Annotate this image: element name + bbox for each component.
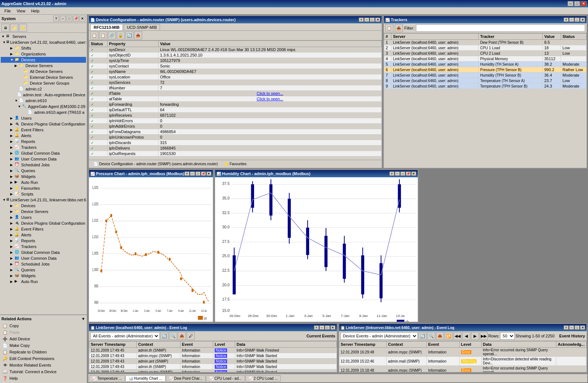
dc-min-btn[interactable]: ─	[364, 18, 369, 22]
elh-min-btn[interactable]: ─	[569, 325, 574, 330]
elh-help-btn[interactable]: ?	[564, 325, 569, 330]
action-item[interactable]: 📋Replicate to Children	[1, 349, 85, 355]
table-row[interactable]: 12.01.2009 17:49:45 admin.th (SNMP) Info…	[89, 348, 337, 353]
table-row[interactable]: ✓ sysDescr Linux WL-001D609DA4E7 2.4.20 …	[89, 47, 382, 53]
bottom-tab-dewpoint[interactable]: 📈 Dew Point Char...	[166, 375, 206, 382]
table-row[interactable]: ✓ ifTable Click to open...	[89, 91, 382, 96]
table-row[interactable]: ✓ ipDefaultTTL 64	[89, 107, 382, 113]
hc-max-btn[interactable]: □	[400, 171, 405, 176]
tree-item[interactable]: ▶👤Users	[1, 214, 86, 220]
table-row[interactable]: ✓ ipInDiscards 315	[89, 140, 382, 146]
dc-tb-link[interactable]: 🔗	[108, 31, 116, 39]
tree-item[interactable]: ▶🔍Queries	[1, 168, 86, 174]
table-row[interactable]: 1 LinkServer (localhost:6460, user: admi…	[384, 40, 587, 45]
action-item[interactable]: ➕Add Device	[1, 336, 85, 342]
click-to-open-link[interactable]: Click to open...	[160, 91, 380, 96]
action-item[interactable]: 📋Copy	[1, 322, 85, 329]
pc-help-btn[interactable]: ?	[184, 171, 190, 176]
table-row[interactable]: ✓ sysContact Sonic	[89, 63, 382, 69]
device-config-table[interactable]: Status Property Value ✓ sysDescr Linux W…	[89, 40, 382, 160]
table-row[interactable]: 12.01.2009 17:49:43 admin.th (SNMP) Info…	[89, 364, 337, 370]
elc-help-btn[interactable]: ?	[314, 325, 319, 330]
action-item[interactable]: 📋Paste	[1, 329, 85, 336]
tree-item[interactable]: ▶🌐Global Common Data	[1, 249, 86, 255]
pc-min-btn[interactable]: ─	[190, 171, 195, 176]
tree-item[interactable]: ▶📊Reports	[1, 238, 86, 244]
tree-item[interactable]: ▶📊Reports	[1, 139, 86, 144]
hc-pin-btn[interactable]: 📌	[406, 171, 411, 176]
table-row[interactable]: 12.01.2009 17:49:43 admin.mypc (SNMP) In…	[89, 353, 337, 359]
tree-item[interactable]: 📄admin.c2	[1, 86, 86, 92]
menu-view[interactable]: View	[14, 8, 28, 14]
elc-close-btn[interactable]: ✕	[330, 325, 335, 330]
elh-refresh-btn[interactable]: 🔄	[418, 332, 427, 340]
tab-rfc1213[interactable]: RFC1213-MIB	[90, 24, 123, 30]
elh-sync-btn[interactable]: 🔁	[445, 332, 453, 340]
tree-item[interactable]: ▼📁Devices	[1, 57, 86, 63]
table-row[interactable]: ✓ sysUpTime 105127979	[89, 58, 382, 63]
close-panel-icon[interactable]: ✕	[79, 16, 85, 22]
maximize-button[interactable]: □	[574, 1, 580, 6]
table-row[interactable]: 7 LinkServer (localhost:6460, user: admi…	[384, 73, 587, 78]
el-mark-btn[interactable]: 🖊	[187, 332, 195, 340]
dc-tb-refresh[interactable]: 🔄	[125, 31, 133, 39]
fav-device-config[interactable]: 📄 Device Configuration - admin.router (S…	[90, 161, 221, 167]
tr-tb-1[interactable]: 📋	[385, 24, 393, 32]
el-filter-btn[interactable]: 🔍	[169, 332, 177, 340]
elh-max-btn[interactable]: □	[575, 325, 580, 330]
dc-tb-lock[interactable]: 🔒	[117, 31, 125, 39]
tree-item[interactable]: ▶🌐Global Common Data	[1, 150, 86, 156]
el-refresh-btn[interactable]: 🔄	[160, 332, 168, 340]
table-row[interactable]: ✓ ipInAddrErrors 0	[89, 124, 382, 129]
tree-item[interactable]: 📁External Device Servers	[1, 74, 86, 80]
value-cell[interactable]: Click to open...	[159, 96, 382, 102]
table-row[interactable]: 6 LinkServer (localhost:6460, user: admi…	[384, 67, 587, 73]
tree-btn-3[interactable]: ⭐	[19, 24, 27, 32]
tree-item[interactable]: ▶🔔Event Filters	[1, 127, 86, 133]
table-row[interactable]: ✓ sysName WL-001D609DA4E7	[89, 69, 382, 74]
table-row[interactable]: 12.01.2009 15:22:46 admin.mail (SNMP) In…	[339, 357, 587, 366]
tree-item[interactable]: ▶🔔Event Filters	[1, 226, 86, 232]
minimize-panel-icon[interactable]: ─	[60, 16, 66, 22]
tree-container[interactable]: ▼🖥Servers ▼🖥LinkServer (v4.21.02, localh…	[0, 33, 87, 314]
dc-tb-paste[interactable]: 📋	[99, 31, 107, 39]
menu-help[interactable]: Help	[28, 8, 42, 14]
filter-input[interactable]	[416, 24, 585, 32]
trackers-table[interactable]: # Server Tracker Value Status 1 LinkServ…	[384, 33, 587, 168]
tree-item[interactable]: ▶📦Widgets	[1, 273, 86, 279]
table-row[interactable]: ✓ ipOutRequests 1901530	[89, 151, 382, 156]
elh-back-btn[interactable]: ◀	[462, 332, 470, 340]
tree-item[interactable]: ▶👤Users	[1, 115, 86, 121]
tree-item[interactable]: ▶📝Scripts	[1, 191, 86, 197]
tree-item[interactable]: ▶🔍Queries	[1, 267, 86, 273]
hc-help-btn[interactable]: ?	[389, 171, 394, 176]
event-log-current-table[interactable]: Server Timestamp Context Event Level Dat…	[89, 341, 337, 372]
pc-close-btn[interactable]: ✕	[206, 171, 211, 176]
restore-panel-icon[interactable]: □	[66, 16, 72, 22]
tree-item[interactable]: 📄admin.test : Auto-registered Device	[1, 92, 86, 98]
elh-next-btn[interactable]: ▶▶	[480, 332, 488, 340]
minimize-button[interactable]: ─	[568, 1, 573, 6]
table-row[interactable]: ✓ atTable Click to open...	[89, 96, 382, 102]
tr-close-btn[interactable]: ✕	[580, 18, 585, 22]
tr-max-btn[interactable]: □	[575, 18, 580, 22]
tree-item[interactable]: ▼🖥Servers	[1, 34, 86, 39]
tree-item[interactable]: ▶👥User Common Data	[1, 156, 86, 162]
table-row[interactable]: ✓ ifNumber 7	[89, 85, 382, 91]
tree-item[interactable]: ▶▶Auto Run	[1, 279, 86, 285]
tree-item[interactable]: ▼🖥LinkServer (v4.21.01, linkserver.tibbo…	[1, 197, 86, 203]
action-item[interactable]: 👁Monitor Related Events	[1, 362, 85, 368]
tree-item[interactable]: ▶📁Device Servers	[1, 63, 86, 69]
related-actions-collapse[interactable]: ▼	[81, 317, 85, 321]
tree-item[interactable]: ▶▶Auto Run	[1, 179, 86, 185]
table-row[interactable]: ✓ ipInHdrErrors 0	[89, 118, 382, 124]
tree-item[interactable]: ▼🖥LinkServer (v4.21.02, localhost:6460, …	[1, 39, 86, 45]
tree-btn-1[interactable]: 🖥	[1, 24, 9, 32]
tree-item[interactable]: 📁All Device Servers	[1, 69, 86, 74]
table-row[interactable]: 8 LinkServer (localhost:6460, user: admi…	[384, 78, 587, 84]
tree-item[interactable]: ▶⭐Favourites	[1, 185, 86, 191]
action-item[interactable]: 📄Make Copy	[1, 342, 85, 349]
pc-pin-btn[interactable]: 📌	[201, 171, 206, 176]
bottom-tab-2cpuload[interactable]: 📈 2 CPU Load ...	[245, 375, 281, 382]
fav-favourites[interactable]: ⭐ Favourites	[221, 161, 250, 167]
